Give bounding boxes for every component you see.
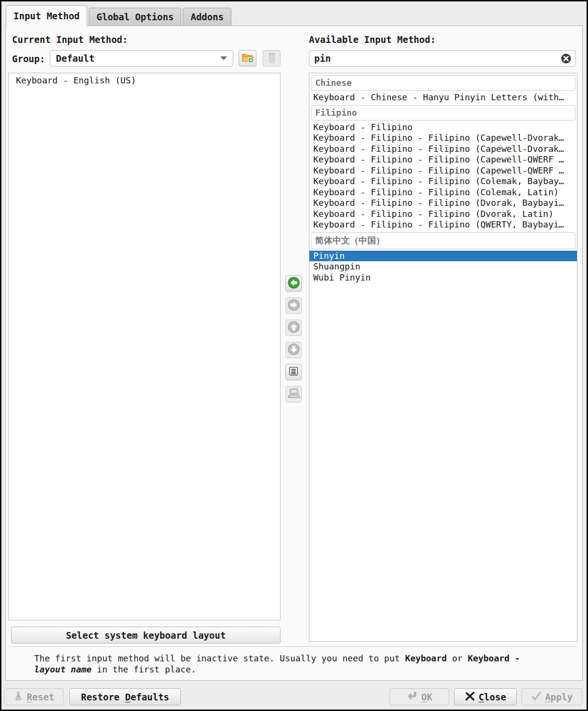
arrow-left-icon bbox=[287, 276, 300, 291]
remove-input-method-button[interactable] bbox=[285, 297, 302, 314]
arrow-right-icon bbox=[287, 298, 300, 313]
list-row[interactable]: Keyboard - Filipino - Filipino (Colemak,… bbox=[309, 176, 577, 187]
apply-button[interactable]: Apply bbox=[521, 688, 582, 705]
move-up-button[interactable] bbox=[285, 320, 302, 336]
chevron-down-icon bbox=[220, 56, 227, 60]
group-combobox[interactable]: Default bbox=[50, 50, 233, 67]
tab-input-method[interactable]: Input Method bbox=[6, 5, 87, 26]
list-row[interactable]: Keyboard - Filipino - Filipino (Capewell… bbox=[309, 133, 577, 144]
properties-icon bbox=[288, 365, 299, 379]
list-row[interactable]: Keyboard - Filipino bbox=[309, 122, 577, 133]
ok-button[interactable]: OK bbox=[389, 688, 449, 705]
list-row[interactable]: Keyboard - Filipino - Filipino (Capewell… bbox=[309, 144, 577, 155]
reset-button[interactable]: Reset bbox=[4, 688, 64, 705]
close-button[interactable]: Close bbox=[454, 688, 517, 705]
current-input-method-label: Current Input Method: bbox=[12, 34, 128, 45]
add-input-method-button[interactable] bbox=[285, 275, 302, 292]
list-row[interactable]: Filipino bbox=[311, 105, 575, 121]
restore-defaults-button[interactable]: Restore Defaults bbox=[69, 688, 181, 705]
keyboard-layout-button[interactable] bbox=[285, 386, 302, 402]
hint-segment: in the first place. bbox=[92, 664, 196, 674]
clear-search-icon[interactable] bbox=[561, 53, 572, 64]
current-input-method-list[interactable]: Keyboard - English (US) bbox=[8, 73, 281, 620]
hint-segment: The first input method will be inactive … bbox=[34, 653, 405, 663]
list-row[interactable]: Keyboard - Filipino - Filipino (Dvorak, … bbox=[309, 209, 577, 220]
list-row[interactable]: Keyboard - Filipino - Filipino (QWERTY, … bbox=[309, 219, 577, 230]
folder-new-icon bbox=[241, 52, 254, 65]
input-method-page: Current Input Method: Group: Default bbox=[5, 26, 583, 681]
trash-icon bbox=[267, 52, 277, 65]
brush-icon bbox=[13, 691, 23, 703]
list-row[interactable]: 简体中文（中国） bbox=[311, 232, 575, 249]
hint-segment: Keyboard - bbox=[468, 653, 520, 663]
list-row[interactable]: Shuangpin bbox=[309, 261, 577, 272]
keyboard-icon bbox=[287, 387, 300, 402]
add-group-button[interactable] bbox=[239, 50, 256, 67]
group-combobox-value: Default bbox=[56, 53, 94, 64]
close-x-icon bbox=[465, 691, 475, 703]
configure-input-method-button[interactable] bbox=[285, 364, 302, 380]
tab-bar: Input Method Global Options Addons bbox=[6, 5, 231, 26]
select-system-keyboard-layout-button[interactable]: Select system keyboard layout bbox=[11, 627, 281, 644]
hint-segment: layout name bbox=[34, 664, 92, 674]
list-row[interactable]: Keyboard - Filipino - Filipino (Capewell… bbox=[309, 154, 577, 165]
arrow-down-icon bbox=[287, 343, 300, 358]
divider bbox=[11, 646, 577, 647]
list-row[interactable]: Chinese bbox=[311, 75, 575, 91]
arrow-up-icon bbox=[287, 321, 300, 335]
tab-addons[interactable]: Addons bbox=[183, 8, 231, 26]
hint-segment: or bbox=[447, 653, 468, 663]
available-input-method-list[interactable]: ChineseKeyboard - Chinese - Hanyu Pinyin… bbox=[309, 73, 577, 642]
tab-global-options[interactable]: Global Options bbox=[89, 8, 181, 26]
hint-segment: Keyboard bbox=[405, 653, 447, 663]
group-label: Group: bbox=[12, 54, 45, 64]
delete-group-button[interactable] bbox=[263, 50, 281, 67]
available-input-method-label: Available Input Method: bbox=[309, 34, 436, 45]
list-row[interactable]: Keyboard - Filipino - Filipino (Capewell… bbox=[309, 165, 577, 176]
list-row[interactable]: Keyboard - Chinese - Hanyu Pinyin Letter… bbox=[309, 92, 577, 103]
list-item[interactable]: Keyboard - English (US) bbox=[9, 73, 280, 86]
search-entry bbox=[309, 50, 576, 67]
list-row[interactable]: Pinyin bbox=[309, 251, 577, 262]
ok-arrow-icon bbox=[406, 691, 418, 703]
fcitx-config-window: Input Method Global Options Addons Curre… bbox=[0, 0, 588, 711]
move-down-button[interactable] bbox=[285, 342, 302, 358]
hint-text: The first input method will be inactive … bbox=[34, 653, 538, 675]
list-row[interactable]: Keyboard - Filipino - Filipino (Dvorak, … bbox=[309, 198, 577, 209]
search-input[interactable] bbox=[309, 51, 561, 66]
list-row[interactable]: Keyboard - Filipino - Filipino (Colemak,… bbox=[309, 187, 577, 198]
checkmark-icon bbox=[531, 691, 542, 703]
list-row[interactable]: Wubi Pinyin bbox=[309, 272, 577, 283]
